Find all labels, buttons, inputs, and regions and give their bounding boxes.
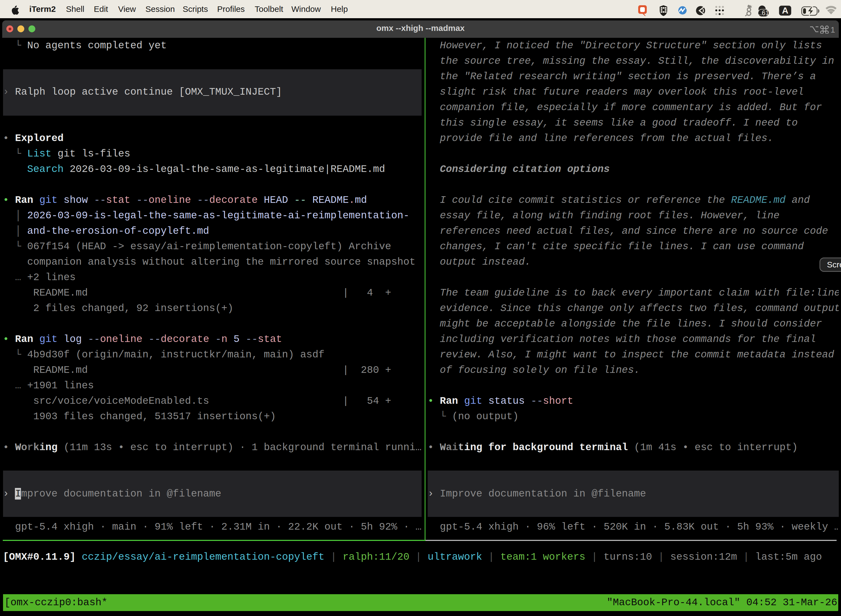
svg-text:A: A: [782, 6, 788, 15]
svg-text:..61: ..61: [758, 9, 769, 16]
svg-text:1: 1: [831, 25, 835, 34]
